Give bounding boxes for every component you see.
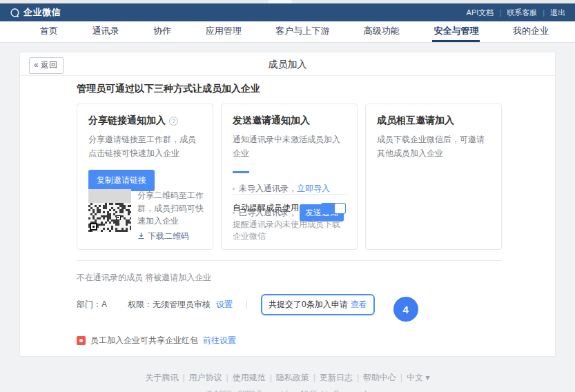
top-bar: 企业微信 API文档 | 联系客服 | 退出 — [0, 3, 575, 21]
vertical-separator — [246, 300, 247, 309]
intro-text: 管理员可通过以下三种方式让成员加入企业 — [77, 83, 514, 95]
copy-invite-link-button[interactable]: 复制邀请链接 — [88, 170, 155, 191]
join-settings-row: 部门：A 权限：无须管理员审核设置 共提交了0条加入申请 查看 4 — [77, 292, 514, 317]
card-mutual-invite-title: 成员相互邀请加入 — [377, 115, 490, 127]
department-label: 部门： — [77, 300, 101, 309]
language-selector[interactable]: 中文 ▾ — [407, 373, 429, 382]
page-title: 成员加入 — [20, 52, 555, 76]
qr-text-block: 分享二维码至工作群，成员扫码可快速加入企业 下载二维码 — [137, 189, 208, 242]
redpacket-row: 员工加入企业可共享企业红包 前往设置 — [77, 335, 514, 346]
contact-support-link[interactable]: 联系客服 — [507, 8, 537, 18]
app-logo-text: 企业微信 — [23, 6, 61, 19]
outside-contacts-note: 不在通讯录的成员 将被邀请加入企业 — [77, 272, 514, 284]
footer-link-about[interactable]: 关于腾讯 — [145, 373, 178, 382]
separator: | — [400, 373, 402, 382]
topbar-links: API文档 | 联系客服 | 退出 — [467, 8, 565, 18]
card-share-link-title-text: 分享链接通知加入 — [88, 115, 166, 127]
footer-link-agreement[interactable]: 用户协议 — [189, 373, 222, 382]
panel-header: « 返回 成员加入 — [20, 52, 555, 76]
download-qr-link[interactable]: 下载二维码 — [137, 231, 208, 242]
card-share-link-title: 分享链接通知加入 ? — [88, 115, 202, 127]
separator: | — [357, 373, 359, 382]
separator: | — [543, 8, 545, 17]
footer-link-rules[interactable]: 使用规范 — [233, 373, 266, 382]
footer-link-changelog[interactable]: 更新日志 — [320, 373, 353, 382]
auto-remind-label: 自动提醒成员使用 — [233, 202, 299, 214]
qr-position-marker-small — [116, 215, 121, 220]
back-button[interactable]: « 返回 — [29, 57, 64, 74]
nav-item-security-management[interactable]: 安全与管理 — [432, 21, 480, 42]
nav-item-contacts[interactable]: 通讯录 — [91, 21, 121, 42]
footer-link-help[interactable]: 帮助中心 — [363, 373, 396, 382]
separator: | — [270, 373, 272, 382]
go-to-settings-link[interactable]: 前往设置 — [203, 335, 236, 346]
auto-remind-toggle[interactable] — [321, 203, 346, 214]
import-now-link[interactable]: 立即导入 — [297, 183, 330, 195]
settings-link[interactable]: 设置 — [216, 300, 233, 309]
nav-item-customers[interactable]: 客户与上下游 — [274, 21, 331, 42]
nav-item-collaboration[interactable]: 协作 — [152, 21, 173, 42]
auto-remind-block: 自动提醒成员使用 提醒通讯录内未使用成员下载企业微信 — [233, 194, 346, 242]
annotation-badge-4: 4 — [393, 297, 418, 322]
separator: | — [182, 373, 184, 382]
download-qr-label: 下载二维码 — [148, 231, 189, 242]
auto-remind-row: 自动提醒成员使用 — [233, 202, 346, 214]
main-nav: 首页 通讯录 协作 应用管理 客户与上下游 高级功能 安全与管理 我的企业 — [0, 21, 575, 43]
join-method-cards: 分享链接通知加入 ? 分享邀请链接至工作群，成员点击链接可快速加入企业 复制邀请… — [77, 104, 502, 250]
nav-item-home[interactable]: 首页 — [39, 21, 59, 42]
browser-tab — [269, 0, 292, 3]
qr-code-image — [88, 189, 131, 232]
permission-label: 权限： — [128, 300, 153, 309]
qr-section: 分享二维码至工作群，成员扫码可快速加入企业 下载二维码 — [88, 189, 208, 242]
page-footer: 关于腾讯|用户协议|使用规范|隐私政策|更新日志|帮助中心|中文 ▾ © 199… — [0, 372, 575, 392]
section-divider — [77, 260, 502, 261]
redpacket-text: 员工加入企业可共享企业红包 — [90, 335, 198, 346]
auto-remind-hint: 提醒通讯录内未使用成员下载企业微信 — [233, 219, 346, 242]
card-send-invite-desc: 通知通讯录中未激活成员加入企业 — [233, 133, 346, 161]
qr-image-placeholder — [88, 189, 131, 203]
qr-desc: 分享二维码至工作群，成员扫码可快速加入企业 — [137, 189, 208, 228]
nav-item-app-management[interactable]: 应用管理 — [204, 21, 243, 42]
download-icon — [137, 232, 145, 242]
footer-links: 关于腾讯|用户协议|使用规范|隐私政策|更新日志|帮助中心|中文 ▾ — [0, 372, 575, 384]
view-applications-link[interactable]: 查看 — [351, 299, 367, 311]
bullet-not-imported-text: 未导入通讯录， — [239, 183, 297, 195]
card-mutual-invite-desc: 成员下载企业微信后，可邀请其他成员加入企业 — [377, 133, 490, 161]
footer-link-privacy[interactable]: 隐私政策 — [276, 373, 309, 382]
card-share-link: 分享链接通知加入 ? 分享邀请链接至工作群，成员点击链接可快速加入企业 复制邀请… — [77, 104, 213, 250]
api-docs-link[interactable]: API文档 — [467, 8, 494, 18]
card-mutual-invite: 成员相互邀请加入 成员下载企业微信后，可邀请其他成员加入企业 — [365, 104, 502, 250]
logout-link[interactable]: 退出 — [550, 8, 565, 18]
separator: | — [226, 373, 228, 382]
department-value: A — [101, 300, 107, 309]
join-applications-box: 共提交了0条加入申请 查看 — [261, 294, 375, 315]
app-logo: 企业微信 — [10, 6, 61, 19]
blue-dash — [233, 171, 249, 173]
help-icon[interactable]: ? — [169, 117, 178, 126]
panel-body: 管理员可通过以下三种方式让成员加入企业 分享链接通知加入 ? 分享邀请链接至工作… — [20, 76, 555, 356]
bullet-not-imported: 未导入通讯录， 立即导入 — [233, 183, 346, 195]
copyright-text: © 1998 - 2023 Tencent Inc. All Rights Re… — [0, 389, 575, 392]
qr-position-marker — [90, 223, 97, 231]
separator: | — [499, 8, 501, 17]
card-send-invite: 发送邀请通知加入 通知通讯录中未激活成员加入企业 未导入通讯录， 立即导入 已导… — [221, 104, 358, 250]
card-share-link-desc: 分享邀请链接至工作群，成员点击链接可快速加入企业 — [88, 133, 202, 161]
separator: | — [313, 373, 315, 382]
permission-field: 权限：无须管理员审核设置 — [128, 299, 233, 311]
nav-item-my-company[interactable]: 我的企业 — [511, 21, 550, 42]
red-packet-icon — [77, 336, 86, 345]
wechat-work-bubble-icon — [10, 8, 20, 18]
department-field: 部门：A — [77, 299, 107, 311]
applications-count-text: 共提交了0条加入申请 — [269, 299, 348, 311]
nav-item-advanced[interactable]: 高级功能 — [362, 21, 401, 42]
permission-value: 无须管理员审核 — [153, 300, 211, 309]
card-send-invite-title: 发送邀请通知加入 — [233, 115, 346, 127]
main-area: « 返回 成员加入 管理员可通过以下三种方式让成员加入企业 分享链接通知加入 ?… — [0, 43, 575, 392]
toggle-knob — [335, 204, 345, 213]
member-join-panel: « 返回 成员加入 管理员可通过以下三种方式让成员加入企业 分享链接通知加入 ?… — [19, 52, 556, 357]
browser-edge — [0, 0, 575, 3]
